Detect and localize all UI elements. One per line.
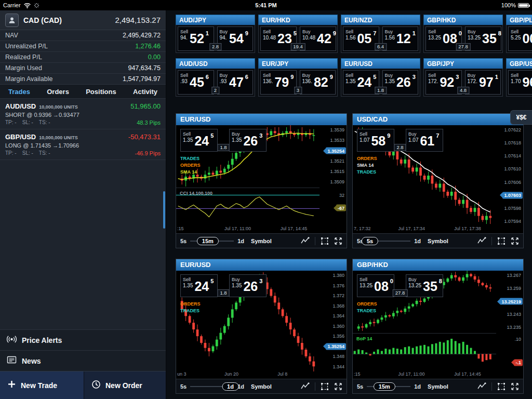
sell-button[interactable]: Sell 13.25 08 0 <box>357 274 394 297</box>
quote-tile-gbp-hkd[interactable]: GBP/HKD Sell 13.25 08 0 27.8 Buy 13.25 3… <box>423 15 503 54</box>
sell-button[interactable]: Sell 1.70 96 6 <box>508 70 532 95</box>
timeframe-slider[interactable]: 5s <box>367 236 410 246</box>
quote-tile-eur-hkd[interactable]: EUR/HKD Sell 10.48 23 5 19.4 Buy 10.48 4… <box>258 15 338 54</box>
sell-button[interactable]: Sell .93 45 6 <box>178 70 214 95</box>
timeframe-thumb[interactable]: 15m <box>374 382 395 391</box>
sidebar-tab-trades[interactable]: Trades <box>8 88 30 96</box>
draw-indicator-icon[interactable] <box>301 237 310 245</box>
sell-button[interactable]: Sell 172. 92 3 <box>425 70 462 95</box>
quote-tile-gbp-pln[interactable]: GBP/PLN Sell 5.25 00 Buy <box>506 15 532 54</box>
select-region-icon[interactable] <box>497 237 506 245</box>
draw-indicator-icon[interactable] <box>301 382 310 390</box>
axis-label: 13.267 <box>507 273 521 278</box>
fullscreen-icon[interactable] <box>511 382 519 391</box>
axis-label: 1.07598 <box>504 206 521 211</box>
new-trade-button[interactable]: New Trade <box>0 371 84 399</box>
symbol-button[interactable]: Symbol <box>428 383 448 390</box>
axis-label: 1.372 <box>332 293 344 298</box>
trade-row[interactable]: AUD/USD 10,000,000 UNITS 51,965.00 SHORT… <box>0 99 166 129</box>
sell-button[interactable]: Sell 5.25 00 <box>508 26 532 51</box>
buy-button[interactable]: Buy 1.35 26 3 <box>382 70 419 95</box>
buy-label: Buy <box>232 277 242 283</box>
timeframe-max-label[interactable]: 1d <box>414 383 421 390</box>
buy-label: Buy <box>385 29 395 35</box>
quote-tile-aud-usd[interactable]: AUD/USD Sell .93 45 6 2 Buy .93 47 6 <box>176 58 255 98</box>
buy-button[interactable]: Buy 13.25 35 8 <box>406 274 443 297</box>
buy-button[interactable]: Buy 1.35 26 3 <box>229 274 267 297</box>
sidebar-tab-activity[interactable]: Activity <box>133 88 157 96</box>
buy-button[interactable]: Buy 136. 82 9 <box>300 70 336 95</box>
symbol-button[interactable]: Symbol <box>251 238 272 244</box>
timeframe-max-label[interactable]: 1d <box>414 238 421 244</box>
timeframe-min-label[interactable]: 5s <box>357 383 363 390</box>
fullscreen-icon[interactable] <box>334 237 342 245</box>
buy-button[interactable]: Buy 1.56 12 1 <box>382 26 419 51</box>
price-axis: 1.076221.076181.076141.076101.076061.076… <box>495 125 523 225</box>
sidebar-tab-orders[interactable]: Orders <box>47 88 69 96</box>
buy-button[interactable]: Buy 1.07 61 7 <box>406 129 443 152</box>
symbol-button[interactable]: Symbol <box>251 383 272 390</box>
buy-button[interactable]: Buy 1.35 26 3 <box>229 129 267 152</box>
buy-button[interactable]: Buy .93 47 6 <box>217 70 254 95</box>
select-region-icon[interactable] <box>321 237 329 245</box>
clock: 5:41 PM <box>0 2 532 8</box>
pair-label: EUR/JPY <box>258 58 338 69</box>
timeframe-min-label[interactable]: 5s <box>180 383 187 390</box>
fullscreen-icon[interactable] <box>511 237 519 245</box>
chart-panel-gbp-hkd-3[interactable]: GBP/HKD Sell 13.25 08 0 27.8 Buy 13.25 3… <box>352 259 524 394</box>
buy-price-prefix: 1.07 <box>408 137 418 143</box>
timeframe-thumb[interactable]: 5s <box>362 237 378 245</box>
spread-badge: 19.4 <box>290 43 305 50</box>
sell-button[interactable]: Sell 1.56 05 7 <box>343 26 379 51</box>
quote-tile-eur-jpy[interactable]: EUR/JPY Sell 136. 79 9 3 Buy 136. 82 9 <box>258 58 338 98</box>
sell-price-big: 00 <box>522 28 532 50</box>
timeframe-slider[interactable]: 15m <box>190 236 234 246</box>
quote-tile-gbp-jpy[interactable]: GBP/JPY Sell 172. 92 3 4.8 Buy 172. 97 1 <box>423 58 503 98</box>
timeframe-thumb[interactable]: 15m <box>197 237 219 245</box>
symbol-button[interactable]: Symbol <box>428 238 448 244</box>
quote-tile-gbp-usd[interactable]: GBP/USD Sell 1.70 96 6 Buy <box>506 58 532 98</box>
timeframe-slider[interactable]: 15m <box>367 381 410 392</box>
new-order-button[interactable]: New Order <box>84 371 166 399</box>
timeframe-max-label[interactable]: 1d <box>237 238 244 244</box>
quote-tiles: AUD/JPY Sell 94. 52 1 2.8 Buy 94. 54 9 E… <box>176 15 532 98</box>
sidebar-tab-positions[interactable]: Positions <box>86 88 116 96</box>
sell-button[interactable]: Sell 1.35 24 5 <box>180 274 218 297</box>
buy-price-big: 35 <box>482 28 497 50</box>
buy-price-big: 12 <box>396 28 411 50</box>
quote-tile-eur-nzd[interactable]: EUR/NZD Sell 1.56 05 7 6.4 Buy 1.56 12 1 <box>341 15 420 54</box>
buy-button[interactable]: Buy 172. 97 1 <box>465 70 501 95</box>
quote-tile-eur-usd[interactable]: EUR/USD Sell 1.35 24 5 1.8 Buy 1.35 26 3 <box>341 58 420 98</box>
trades-list: AUD/USD 10,000,000 UNITS 51,965.00 SHORT… <box>0 99 166 160</box>
fullscreen-icon[interactable] <box>334 382 342 391</box>
timeframe-slider[interactable]: 1d <box>190 381 234 392</box>
scroll-indicator[interactable] <box>163 191 165 229</box>
chart-panel-eur-usd-0[interactable]: EUR/USD Sell 1.35 24 5 1.8 Buy 1.35 26 3… <box>176 113 347 248</box>
time-axis-label: 7, 17:32 <box>354 226 371 231</box>
currency-drawer-tab[interactable]: ¥$€ <box>510 110 532 125</box>
quote-tile-aud-jpy[interactable]: AUD/JPY Sell 94. 52 1 2.8 Buy 94. 54 9 <box>176 15 255 54</box>
select-region-icon[interactable] <box>321 382 329 391</box>
sell-button[interactable]: Sell 136. 79 9 <box>260 70 297 95</box>
select-region-icon[interactable] <box>497 382 506 391</box>
sell-price-big: 79 <box>274 72 289 94</box>
menu-item-price-alerts[interactable]: Price Alerts <box>0 329 166 350</box>
legend-orders: ORDERS <box>180 162 201 169</box>
buy-price-prefix: 1.35 <box>232 137 242 143</box>
chart-panel-eur-usd-2[interactable]: EUR/USD Sell 1.35 24 5 1.8 Buy 1.35 26 3… <box>176 259 347 394</box>
sell-label: Sell <box>180 73 188 78</box>
sell-button[interactable]: Sell 1.07 58 9 <box>357 129 394 152</box>
trade-row[interactable]: GBP/USD 10,000,000 UNITS -50,473.31 LONG… <box>0 129 166 160</box>
sell-button[interactable]: Sell 94. 52 1 <box>178 26 214 51</box>
axis-label: 1.360 <box>332 324 344 329</box>
menu-item-news[interactable]: News <box>0 350 166 371</box>
chart-panel-usd-cad-1[interactable]: USD/CAD Sell 1.07 58 9 2.8 Buy 1.07 61 7… <box>352 113 524 248</box>
sell-button[interactable]: Sell 1.35 24 5 <box>180 129 218 152</box>
draw-indicator-icon[interactable] <box>477 237 486 245</box>
account-header[interactable]: CAD (CAD) 2,494,153.27 <box>0 10 166 30</box>
sell-button[interactable]: Sell 1.35 24 5 <box>343 70 379 95</box>
timeframe-thumb[interactable]: 1d <box>222 382 239 391</box>
buy-button[interactable]: Buy 94. 54 9 <box>217 26 254 51</box>
draw-indicator-icon[interactable] <box>477 382 486 390</box>
timeframe-min-label[interactable]: 5s <box>180 238 187 244</box>
